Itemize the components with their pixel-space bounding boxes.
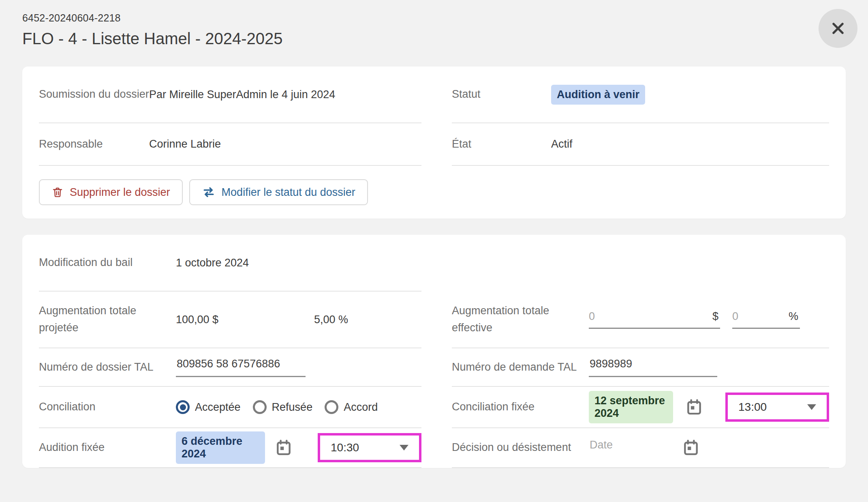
page-title: FLO - 4 - Lisette Hamel - 2024-2025 (22, 30, 846, 48)
audition-time-value: 10:30 (331, 441, 359, 454)
case-id: 6452-20240604-2218 (22, 12, 846, 24)
statut-label: Statut (452, 86, 551, 103)
radio-option-acceptee[interactable]: Acceptée (176, 400, 241, 414)
numero-dossier-label: Numéro de dossier TAL (39, 359, 176, 376)
status-badge: Audition à venir (551, 85, 645, 105)
dropdown-caret-icon (400, 445, 408, 451)
conciliation-time-value: 13:00 (738, 401, 767, 414)
augmentation-projetee-amount: 100,00 $ (176, 313, 314, 326)
numero-dossier-input[interactable] (176, 358, 306, 377)
radio-label: Refusée (272, 401, 313, 414)
conciliation-radio-group: Acceptée Refusée Accord (176, 400, 378, 414)
numero-demande-label: Numéro de demande TAL (452, 359, 589, 376)
audition-date-value[interactable]: 6 décembre 2024 (176, 431, 265, 464)
augmentation-projetee-percent: 5,00 % (314, 313, 348, 326)
delete-case-label: Supprimer le dossier (70, 186, 170, 199)
audition-time-select[interactable]: 10:30 (318, 433, 421, 462)
augmentation-effective-amount-field: $ (589, 310, 720, 329)
etat-label: État (452, 136, 551, 153)
dollar-suffix: $ (712, 310, 720, 323)
responsable-label: Responsable (39, 136, 149, 153)
page-header: 6452-20240604-2218 FLO - 4 - Lisette Ham… (0, 0, 868, 48)
transfer-arrows-icon (202, 185, 216, 199)
radio-unselected-icon (253, 400, 267, 414)
decision-date-input[interactable] (589, 439, 682, 457)
change-status-label: Modifier le statut du dossier (222, 186, 355, 199)
conciliation-fixee-label: Conciliation fixée (452, 399, 589, 416)
radio-unselected-icon (325, 400, 338, 414)
augmentation-projetee-label: Augmentation totale projetée (39, 302, 176, 337)
soumission-value: Par Mireille SuperAdmin le 4 juin 2024 (149, 88, 335, 101)
delete-case-button[interactable]: Supprimer le dossier (39, 179, 183, 205)
conciliation-date-value[interactable]: 12 septembre 2024 (589, 391, 673, 423)
radio-label: Accord (344, 401, 378, 414)
radio-label: Acceptée (195, 401, 241, 414)
percent-suffix: % (789, 310, 800, 323)
augmentation-effective-label: Augmentation totale effective (452, 302, 589, 337)
augmentation-effective-percent-input[interactable] (732, 310, 789, 323)
radio-selected-icon (176, 400, 190, 414)
audition-fixee-label: Audition fixée (39, 439, 176, 456)
numero-demande-input[interactable] (589, 358, 717, 377)
case-summary-card: Soumission du dossier Par Mireille Super… (22, 67, 846, 219)
calendar-icon[interactable] (682, 439, 700, 457)
close-icon (830, 21, 846, 36)
calendar-icon[interactable] (685, 398, 703, 416)
conciliation-label: Conciliation (39, 399, 176, 416)
close-button[interactable] (819, 9, 857, 48)
responsable-value: Corinne Labrie (149, 138, 221, 150)
augmentation-effective-percent-field: % (732, 310, 800, 329)
soumission-label: Soumission du dossier (39, 86, 149, 103)
radio-option-accord[interactable]: Accord (325, 400, 378, 414)
change-status-button[interactable]: Modifier le statut du dossier (189, 179, 368, 205)
modification-bail-value: 1 octobre 2024 (176, 257, 249, 269)
modification-bail-label: Modification du bail (39, 254, 176, 271)
etat-value: Actif (551, 138, 573, 150)
conciliation-time-select[interactable]: 13:00 (725, 393, 829, 422)
dropdown-caret-icon (807, 404, 816, 410)
decision-label: Décision ou désistement (452, 439, 589, 456)
case-details-card: Modification du bail 1 octobre 2024 Augm… (22, 235, 846, 468)
radio-option-refusee[interactable]: Refusée (253, 400, 313, 414)
calendar-icon[interactable] (275, 439, 293, 457)
augmentation-effective-amount-input[interactable] (589, 310, 712, 323)
trash-icon (51, 186, 64, 198)
